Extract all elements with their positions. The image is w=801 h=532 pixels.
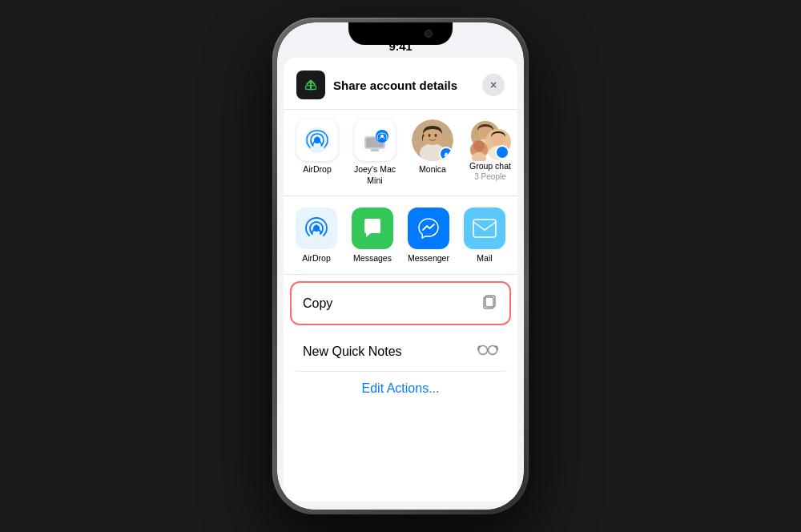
people-item-group-chat[interactable]: Group chat 3 People xyxy=(463,119,517,186)
monica-name: Monica xyxy=(419,164,446,175)
apps-row: AirDrop Messages xyxy=(284,196,517,275)
mail-app-icon xyxy=(464,208,505,249)
phone-inner: 9:41 Share account details × xyxy=(277,22,524,510)
app-item-airdrop[interactable]: AirDrop xyxy=(290,208,343,263)
copy-label: Copy xyxy=(303,296,481,311)
share-header: Share account details × xyxy=(284,58,517,110)
messages-app-name: Messages xyxy=(353,253,392,263)
mac-mini-avatar xyxy=(354,119,396,161)
app-item-messenger[interactable]: Messenger xyxy=(402,208,455,263)
phone-screen: 9:41 Share account details × xyxy=(277,22,524,510)
front-camera xyxy=(425,30,433,38)
app-item-messages[interactable]: Messages xyxy=(346,208,399,263)
copy-icon xyxy=(481,292,498,314)
group-chat-name: Group chat xyxy=(469,161,511,172)
people-row: AirDrop xyxy=(284,110,517,196)
phone-notch xyxy=(348,22,453,45)
monica-avatar xyxy=(412,119,453,161)
airdrop-app-name: AirDrop xyxy=(302,253,331,263)
people-item-airdrop[interactable]: AirDrop xyxy=(290,119,344,186)
copy-action[interactable]: Copy xyxy=(290,281,511,325)
svg-point-13 xyxy=(435,134,437,137)
svg-point-23 xyxy=(473,140,485,151)
airdrop-people-name: AirDrop xyxy=(303,164,332,175)
airdrop-app-icon xyxy=(296,208,337,249)
monica-badge xyxy=(439,147,453,161)
app-item-mail[interactable]: Mail xyxy=(458,208,511,263)
share-sheet: Share account details × xyxy=(284,58,517,502)
messenger-app-name: Messenger xyxy=(408,253,449,263)
messenger-app-icon xyxy=(408,208,449,249)
svg-rect-26 xyxy=(473,220,496,237)
edit-actions[interactable]: Edit Actions... xyxy=(284,372,517,405)
close-button[interactable]: × xyxy=(482,74,505,96)
glasses-icon xyxy=(477,343,498,360)
svg-point-29 xyxy=(479,346,488,355)
group-chat-avatar xyxy=(469,119,511,161)
edit-actions-label[interactable]: Edit Actions... xyxy=(362,381,440,395)
bottom-gap xyxy=(277,502,524,510)
mac-mini-name: Joey's Mac Mini xyxy=(348,164,402,186)
group-chat-subtitle: 3 People xyxy=(474,172,505,181)
svg-point-14 xyxy=(445,153,448,155)
svg-point-30 xyxy=(489,346,497,355)
mail-app-name: Mail xyxy=(477,253,492,263)
airdrop-people-avatar xyxy=(296,119,338,161)
new-quick-notes-label: New Quick Notes xyxy=(303,345,477,359)
phone-frame: 9:41 Share account details × xyxy=(272,18,529,514)
share-title: Share account details xyxy=(333,79,482,92)
share-app-icon xyxy=(296,71,325,99)
people-item-mac-mini[interactable]: Joey's Mac Mini xyxy=(348,119,402,186)
svg-rect-6 xyxy=(371,149,379,151)
people-item-monica[interactable]: Monica xyxy=(405,119,460,186)
svg-point-24 xyxy=(500,150,505,155)
group-chat-badge xyxy=(495,145,509,159)
svg-point-12 xyxy=(429,134,431,137)
messages-app-icon xyxy=(352,208,393,249)
new-quick-notes-action[interactable]: New Quick Notes xyxy=(290,332,511,372)
